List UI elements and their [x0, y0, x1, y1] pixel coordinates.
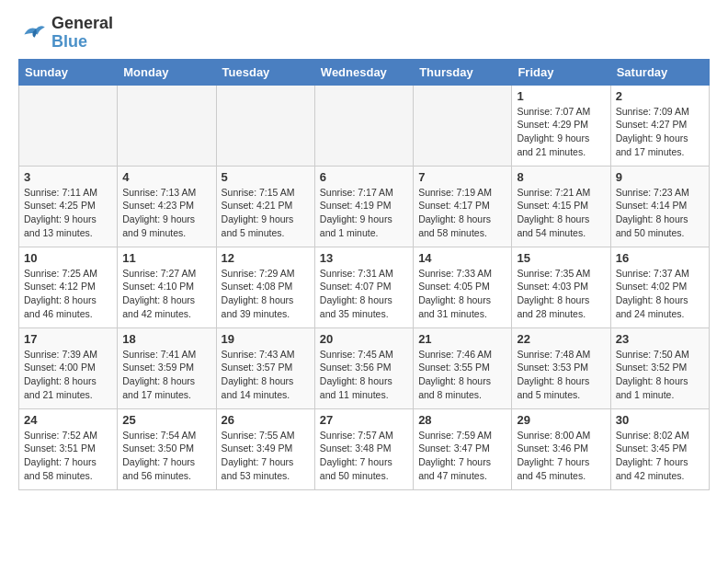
day-number: 1 — [517, 89, 605, 103]
day-number: 26 — [222, 413, 310, 427]
day-info: Sunrise: 7:31 AM Sunset: 4:07 PM Dayligh… — [320, 267, 408, 321]
day-info: Sunrise: 7:35 AM Sunset: 4:03 PM Dayligh… — [517, 267, 605, 321]
day-info: Sunrise: 7:41 AM Sunset: 3:59 PM Dayligh… — [122, 348, 210, 402]
calendar-day — [414, 85, 512, 166]
day-info: Sunrise: 7:50 AM Sunset: 3:52 PM Dayligh… — [616, 348, 704, 402]
day-number: 24 — [24, 413, 112, 427]
day-number: 28 — [418, 413, 506, 427]
calendar-day — [216, 85, 314, 166]
calendar-day: 30Sunrise: 8:02 AM Sunset: 3:45 PM Dayli… — [610, 408, 709, 489]
calendar-day: 20Sunrise: 7:45 AM Sunset: 3:56 PM Dayli… — [314, 327, 413, 408]
calendar-day: 22Sunrise: 7:48 AM Sunset: 3:53 PM Dayli… — [512, 327, 610, 408]
calendar-day: 13Sunrise: 7:31 AM Sunset: 4:07 PM Dayli… — [314, 247, 413, 327]
day-info: Sunrise: 7:27 AM Sunset: 4:10 PM Dayligh… — [122, 267, 210, 321]
calendar-day: 15Sunrise: 7:35 AM Sunset: 4:03 PM Dayli… — [512, 247, 610, 327]
day-number: 3 — [24, 170, 112, 184]
day-number: 9 — [616, 170, 704, 184]
calendar-day: 23Sunrise: 7:50 AM Sunset: 3:52 PM Dayli… — [610, 327, 709, 408]
calendar-day: 19Sunrise: 7:43 AM Sunset: 3:57 PM Dayli… — [216, 327, 314, 408]
weekday-header-friday: Friday — [512, 59, 610, 85]
weekday-header-tuesday: Tuesday — [216, 59, 314, 85]
day-number: 8 — [517, 170, 605, 184]
day-info: Sunrise: 7:21 AM Sunset: 4:15 PM Dayligh… — [517, 186, 605, 240]
day-info: Sunrise: 7:37 AM Sunset: 4:02 PM Dayligh… — [616, 267, 704, 321]
day-info: Sunrise: 7:29 AM Sunset: 4:08 PM Dayligh… — [222, 267, 310, 321]
calendar-day: 1Sunrise: 7:07 AM Sunset: 4:29 PM Daylig… — [512, 85, 610, 166]
calendar-day: 10Sunrise: 7:25 AM Sunset: 4:12 PM Dayli… — [19, 247, 118, 327]
weekday-header-thursday: Thursday — [414, 59, 512, 85]
day-info: Sunrise: 7:19 AM Sunset: 4:17 PM Dayligh… — [418, 186, 506, 240]
day-info: Sunrise: 7:15 AM Sunset: 4:21 PM Dayligh… — [222, 186, 310, 240]
day-info: Sunrise: 7:13 AM Sunset: 4:23 PM Dayligh… — [122, 186, 210, 240]
calendar-day: 2Sunrise: 7:09 AM Sunset: 4:27 PM Daylig… — [610, 85, 709, 166]
logo-text: General Blue — [51, 15, 113, 52]
calendar-day: 26Sunrise: 7:55 AM Sunset: 3:49 PM Dayli… — [216, 408, 314, 489]
weekday-header-monday: Monday — [118, 59, 216, 85]
day-number: 14 — [418, 251, 506, 265]
weekday-header-sunday: Sunday — [19, 59, 118, 85]
day-number: 21 — [418, 332, 506, 346]
calendar-day: 24Sunrise: 7:52 AM Sunset: 3:51 PM Dayli… — [19, 408, 118, 489]
header: General Blue — [18, 15, 710, 52]
calendar-day: 25Sunrise: 7:54 AM Sunset: 3:50 PM Dayli… — [118, 408, 216, 489]
calendar-day: 12Sunrise: 7:29 AM Sunset: 4:08 PM Dayli… — [216, 247, 314, 327]
day-number: 7 — [418, 170, 506, 184]
calendar-day: 6Sunrise: 7:17 AM Sunset: 4:19 PM Daylig… — [314, 166, 413, 247]
day-info: Sunrise: 7:45 AM Sunset: 3:56 PM Dayligh… — [320, 348, 408, 402]
day-number: 2 — [616, 89, 704, 103]
day-info: Sunrise: 7:48 AM Sunset: 3:53 PM Dayligh… — [517, 348, 605, 402]
page: General Blue SundayMondayTuesdayWednesda… — [0, 0, 728, 501]
calendar-day: 8Sunrise: 7:21 AM Sunset: 4:15 PM Daylig… — [512, 166, 610, 247]
day-info: Sunrise: 8:02 AM Sunset: 3:45 PM Dayligh… — [616, 429, 704, 483]
day-info: Sunrise: 7:55 AM Sunset: 3:49 PM Dayligh… — [222, 429, 310, 483]
calendar-day: 3Sunrise: 7:11 AM Sunset: 4:25 PM Daylig… — [19, 166, 118, 247]
day-info: Sunrise: 7:11 AM Sunset: 4:25 PM Dayligh… — [24, 186, 112, 240]
day-number: 4 — [122, 170, 210, 184]
day-info: Sunrise: 7:39 AM Sunset: 4:00 PM Dayligh… — [24, 348, 112, 402]
day-info: Sunrise: 8:00 AM Sunset: 3:46 PM Dayligh… — [517, 429, 605, 483]
day-number: 25 — [122, 413, 210, 427]
calendar-day: 14Sunrise: 7:33 AM Sunset: 4:05 PM Dayli… — [414, 247, 512, 327]
day-number: 12 — [222, 251, 310, 265]
calendar-day: 21Sunrise: 7:46 AM Sunset: 3:55 PM Dayli… — [414, 327, 512, 408]
day-number: 5 — [222, 170, 310, 184]
day-number: 13 — [320, 251, 408, 265]
day-info: Sunrise: 7:33 AM Sunset: 4:05 PM Dayligh… — [418, 267, 506, 321]
calendar-week-3: 10Sunrise: 7:25 AM Sunset: 4:12 PM Dayli… — [19, 247, 710, 327]
day-number: 10 — [24, 251, 112, 265]
calendar-day — [19, 85, 118, 166]
day-number: 29 — [517, 413, 605, 427]
day-info: Sunrise: 7:07 AM Sunset: 4:29 PM Dayligh… — [517, 105, 605, 159]
calendar-day: 18Sunrise: 7:41 AM Sunset: 3:59 PM Dayli… — [118, 327, 216, 408]
day-info: Sunrise: 7:52 AM Sunset: 3:51 PM Dayligh… — [24, 429, 112, 483]
day-number: 18 — [122, 332, 210, 346]
day-info: Sunrise: 7:23 AM Sunset: 4:14 PM Dayligh… — [616, 186, 704, 240]
day-number: 17 — [24, 332, 112, 346]
day-info: Sunrise: 7:09 AM Sunset: 4:27 PM Dayligh… — [616, 105, 704, 159]
weekday-header-saturday: Saturday — [610, 59, 709, 85]
calendar-day: 27Sunrise: 7:57 AM Sunset: 3:48 PM Dayli… — [314, 408, 413, 489]
calendar-day: 28Sunrise: 7:59 AM Sunset: 3:47 PM Dayli… — [414, 408, 512, 489]
day-number: 16 — [616, 251, 704, 265]
day-info: Sunrise: 7:46 AM Sunset: 3:55 PM Dayligh… — [418, 348, 506, 402]
day-number: 11 — [122, 251, 210, 265]
calendar-week-1: 1Sunrise: 7:07 AM Sunset: 4:29 PM Daylig… — [19, 85, 710, 166]
day-info: Sunrise: 7:57 AM Sunset: 3:48 PM Dayligh… — [320, 429, 408, 483]
calendar-week-4: 17Sunrise: 7:39 AM Sunset: 4:00 PM Dayli… — [19, 327, 710, 408]
day-number: 6 — [320, 170, 408, 184]
calendar-day: 29Sunrise: 8:00 AM Sunset: 3:46 PM Dayli… — [512, 408, 610, 489]
day-info: Sunrise: 7:25 AM Sunset: 4:12 PM Dayligh… — [24, 267, 112, 321]
day-number: 19 — [222, 332, 310, 346]
day-info: Sunrise: 7:54 AM Sunset: 3:50 PM Dayligh… — [122, 429, 210, 483]
calendar-day — [118, 85, 216, 166]
day-number: 15 — [517, 251, 605, 265]
logo-icon — [18, 18, 48, 48]
calendar-day: 7Sunrise: 7:19 AM Sunset: 4:17 PM Daylig… — [414, 166, 512, 247]
weekday-header-wednesday: Wednesday — [314, 59, 413, 85]
calendar-week-2: 3Sunrise: 7:11 AM Sunset: 4:25 PM Daylig… — [19, 166, 710, 247]
day-info: Sunrise: 7:59 AM Sunset: 3:47 PM Dayligh… — [418, 429, 506, 483]
calendar-day: 5Sunrise: 7:15 AM Sunset: 4:21 PM Daylig… — [216, 166, 314, 247]
logo: General Blue — [18, 15, 113, 52]
calendar-week-5: 24Sunrise: 7:52 AM Sunset: 3:51 PM Dayli… — [19, 408, 710, 489]
calendar-day: 16Sunrise: 7:37 AM Sunset: 4:02 PM Dayli… — [610, 247, 709, 327]
